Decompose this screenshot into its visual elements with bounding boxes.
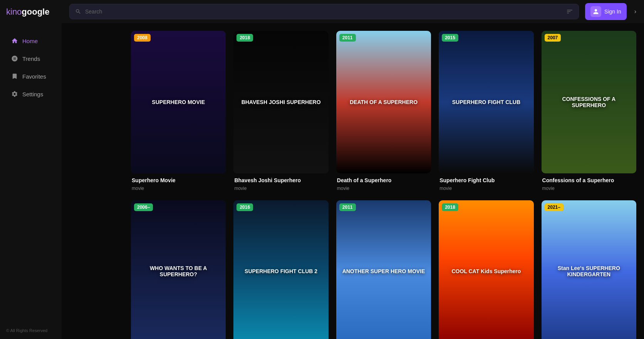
movie-title: Superhero Fight Club xyxy=(439,177,533,183)
sidebar-item-favorites[interactable]: Favorites xyxy=(3,68,59,85)
poster-wrapper: DEATH OF A SUPERHERO 2011 xyxy=(336,31,431,173)
user-icon xyxy=(590,6,601,17)
poster-image: COOL CAT Kids Superhero xyxy=(439,200,533,339)
footer-copyright: © All Rights Reserved xyxy=(0,322,62,339)
movie-card-10[interactable]: Stan Lee's SUPERHERO KINDERGARTEN 2021– … xyxy=(542,200,636,339)
search-input[interactable] xyxy=(85,8,562,15)
nav-label-settings: Settings xyxy=(22,91,43,97)
movie-info: Bhavesh Joshi Superhero movie xyxy=(233,173,328,193)
poster-image: WHO WANTS TO BE A SUPERHERO? xyxy=(131,200,226,339)
sidebar-item-trends[interactable]: Trends xyxy=(3,50,59,67)
trends-icon xyxy=(11,55,18,62)
year-badge: 2018 xyxy=(236,34,253,42)
poster-wrapper: WHO WANTS TO BE A SUPERHERO? 2006– xyxy=(131,200,226,339)
poster-wrapper: SUPERHERO FIGHT CLUB 2015 xyxy=(439,31,533,173)
sidebar: kinogoogle Home Trends xyxy=(0,0,62,339)
sidebar-item-settings[interactable]: Settings xyxy=(3,86,59,102)
movie-card-3[interactable]: DEATH OF A SUPERHERO 2011 Death of a Sup… xyxy=(336,31,431,193)
poster-image: CONFESSIONS OF A SUPERHERO xyxy=(542,31,636,173)
poster-image: DEATH OF A SUPERHERO xyxy=(336,31,431,173)
movie-type: movie xyxy=(439,186,533,191)
year-badge: 2011 xyxy=(339,203,356,211)
search-box xyxy=(69,4,579,19)
year-badge: 2021– xyxy=(545,203,564,211)
movie-type: movie xyxy=(234,186,327,191)
year-badge: 2008 xyxy=(134,34,151,42)
movie-card-5[interactable]: CONFESSIONS OF A SUPERHERO 2007 Confessi… xyxy=(542,31,636,193)
year-badge: 2015 xyxy=(442,34,458,42)
movie-title: Bhavesh Joshi Superhero xyxy=(234,177,327,183)
sign-in-label: Sign In xyxy=(604,8,621,15)
poster-wrapper: Stan Lee's SUPERHERO KINDERGARTEN 2021– xyxy=(542,200,636,339)
nav-label-favorites: Favorites xyxy=(22,73,46,80)
movie-type: movie xyxy=(132,186,225,191)
chevron-right-icon: › xyxy=(634,8,636,15)
settings-icon xyxy=(11,90,18,98)
poster-wrapper: CONFESSIONS OF A SUPERHERO 2007 xyxy=(542,31,636,173)
movie-title: Confessions of a Superhero xyxy=(542,177,636,183)
year-badge: 2007 xyxy=(545,34,561,42)
logo-kino: kino xyxy=(6,7,22,17)
poster-wrapper: SUPERHERO MOVIE 2008 xyxy=(131,31,226,173)
movie-title: Death of a Superhero xyxy=(337,177,430,183)
movie-card-7[interactable]: SUPERHERO FIGHT CLUB 2 2016 Superhero Fi… xyxy=(233,200,328,339)
poster-image: SUPERHERO FIGHT CLUB 2 xyxy=(233,200,328,339)
movies-grid: SUPERHERO MOVIE 2008 Superhero Movie mov… xyxy=(131,31,636,339)
poster-image: BHAVESH JOSHI SUPERHERO xyxy=(233,31,328,173)
poster-image: SUPERHERO FIGHT CLUB xyxy=(439,31,533,173)
movie-card-1[interactable]: SUPERHERO MOVIE 2008 Superhero Movie mov… xyxy=(131,31,226,193)
movie-card-2[interactable]: BHAVESH JOSHI SUPERHERO 2018 Bhavesh Jos… xyxy=(233,31,328,193)
year-badge: 2011 xyxy=(339,34,356,42)
nav-menu: Home Trends Favorites xyxy=(0,32,62,322)
movie-card-9[interactable]: COOL CAT Kids Superhero 2018 Cool Cat Ki… xyxy=(439,200,533,339)
poster-wrapper: BHAVESH JOSHI SUPERHERO 2018 xyxy=(233,31,328,173)
movie-type: movie xyxy=(337,186,430,191)
year-badge: 2006– xyxy=(134,203,153,211)
home-icon xyxy=(11,37,18,45)
poster-wrapper: ANOTHER SUPER HERO MOVIE 2011 xyxy=(336,200,431,339)
poster-image: ANOTHER SUPER HERO MOVIE xyxy=(336,200,431,339)
movie-type: movie xyxy=(542,186,636,191)
movie-title: Superhero Movie xyxy=(132,177,225,183)
search-icon xyxy=(75,8,81,15)
year-badge: 2018 xyxy=(442,203,458,211)
poster-wrapper: COOL CAT Kids Superhero 2018 xyxy=(439,200,533,339)
movie-info: Death of a Superhero movie xyxy=(336,173,431,193)
logo-google: google xyxy=(22,7,49,17)
nav-label-home: Home xyxy=(22,38,38,44)
favorites-icon xyxy=(11,72,18,80)
movie-card-6[interactable]: WHO WANTS TO BE A SUPERHERO? 2006– Who W… xyxy=(131,200,226,339)
nav-label-trends: Trends xyxy=(22,55,40,62)
sidebar-item-home[interactable]: Home xyxy=(3,32,59,49)
year-badge: 2016 xyxy=(236,203,253,211)
sign-in-button[interactable]: Sign In xyxy=(585,3,627,20)
poster-image: SUPERHERO MOVIE xyxy=(131,31,226,173)
movie-info: Superhero Movie movie xyxy=(131,173,226,193)
movie-info: Superhero Fight Club movie xyxy=(439,173,533,193)
poster-wrapper: SUPERHERO FIGHT CLUB 2 2016 xyxy=(233,200,328,339)
movie-card-4[interactable]: SUPERHERO FIGHT CLUB 2015 Superhero Figh… xyxy=(439,31,533,193)
poster-image: Stan Lee's SUPERHERO KINDERGARTEN xyxy=(542,200,636,339)
header: Sign In › xyxy=(62,0,644,23)
logo: kinogoogle xyxy=(0,0,62,24)
movie-card-8[interactable]: ANOTHER SUPER HERO MOVIE 2011 Another Su… xyxy=(336,200,431,339)
filter-icon[interactable] xyxy=(566,8,573,15)
main-content: SUPERHERO MOVIE 2008 Superhero Movie mov… xyxy=(123,23,644,339)
movie-info: Confessions of a Superhero movie xyxy=(542,173,636,193)
